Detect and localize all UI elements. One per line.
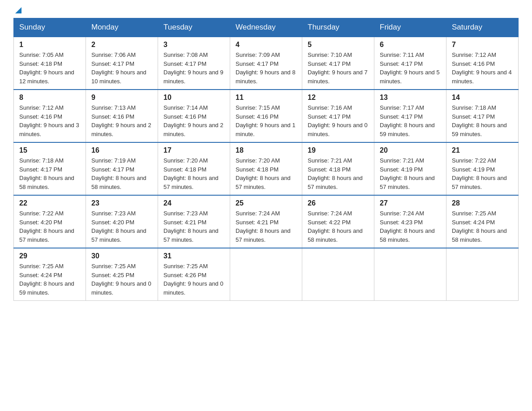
day-info: Sunrise: 7:13 AMSunset: 4:16 PMDaylight:… <box>91 103 152 138</box>
day-info: Sunrise: 7:25 AMSunset: 4:24 PMDaylight:… <box>452 209 513 244</box>
day-info: Sunrise: 7:24 AMSunset: 4:21 PMDaylight:… <box>236 209 296 244</box>
day-number: 31 <box>163 252 224 260</box>
day-info: Sunrise: 7:23 AMSunset: 4:20 PMDaylight:… <box>91 209 152 244</box>
day-info: Sunrise: 7:21 AMSunset: 4:19 PMDaylight:… <box>380 156 441 191</box>
day-number: 23 <box>91 199 152 207</box>
calendar-cell: 14Sunrise: 7:18 AMSunset: 4:17 PMDayligh… <box>446 90 519 142</box>
day-number: 4 <box>236 41 296 49</box>
day-info: Sunrise: 7:05 AMSunset: 4:18 PMDaylight:… <box>19 51 80 86</box>
day-header-saturday: Saturday <box>446 18 519 37</box>
day-number: 5 <box>308 41 369 49</box>
calendar-cell: 15Sunrise: 7:18 AMSunset: 4:17 PMDayligh… <box>14 142 86 195</box>
day-number: 1 <box>19 41 80 49</box>
calendar-week-row: 15Sunrise: 7:18 AMSunset: 4:17 PMDayligh… <box>14 142 519 195</box>
day-info: Sunrise: 7:10 AMSunset: 4:17 PMDaylight:… <box>308 51 369 86</box>
logo-arrow-icon <box>15 7 21 13</box>
calendar-cell: 27Sunrise: 7:24 AMSunset: 4:23 PMDayligh… <box>374 195 446 248</box>
calendar-cell: 25Sunrise: 7:24 AMSunset: 4:21 PMDayligh… <box>230 195 302 248</box>
day-info: Sunrise: 7:18 AMSunset: 4:17 PMDaylight:… <box>19 156 80 191</box>
calendar-cell: 23Sunrise: 7:23 AMSunset: 4:20 PMDayligh… <box>86 195 158 248</box>
calendar-cell: 2Sunrise: 7:06 AMSunset: 4:17 PMDaylight… <box>86 37 158 90</box>
day-number: 14 <box>452 94 513 102</box>
calendar-cell: 22Sunrise: 7:22 AMSunset: 4:20 PMDayligh… <box>14 195 86 248</box>
day-header-thursday: Thursday <box>302 18 374 37</box>
day-info: Sunrise: 7:14 AMSunset: 4:16 PMDaylight:… <box>163 103 224 138</box>
calendar-cell: 17Sunrise: 7:20 AMSunset: 4:18 PMDayligh… <box>158 142 230 195</box>
calendar-cell: 9Sunrise: 7:13 AMSunset: 4:16 PMDaylight… <box>86 90 158 142</box>
day-info: Sunrise: 7:16 AMSunset: 4:17 PMDaylight:… <box>308 103 369 138</box>
day-number: 3 <box>163 41 224 49</box>
day-info: Sunrise: 7:06 AMSunset: 4:17 PMDaylight:… <box>91 51 152 86</box>
day-info: Sunrise: 7:25 AMSunset: 4:26 PMDaylight:… <box>163 262 224 297</box>
calendar-cell: 8Sunrise: 7:12 AMSunset: 4:16 PMDaylight… <box>14 90 86 142</box>
calendar-cell: 20Sunrise: 7:21 AMSunset: 4:19 PMDayligh… <box>374 142 446 195</box>
day-info: Sunrise: 7:20 AMSunset: 4:18 PMDaylight:… <box>236 156 296 191</box>
calendar-week-row: 1Sunrise: 7:05 AMSunset: 4:18 PMDaylight… <box>14 37 519 90</box>
day-info: Sunrise: 7:22 AMSunset: 4:20 PMDaylight:… <box>19 209 80 244</box>
calendar-cell: 3Sunrise: 7:08 AMSunset: 4:17 PMDaylight… <box>158 37 230 90</box>
day-info: Sunrise: 7:22 AMSunset: 4:19 PMDaylight:… <box>452 156 513 191</box>
day-header-wednesday: Wednesday <box>230 18 302 37</box>
calendar-cell: 28Sunrise: 7:25 AMSunset: 4:24 PMDayligh… <box>446 195 519 248</box>
calendar-cell: 19Sunrise: 7:21 AMSunset: 4:18 PMDayligh… <box>302 142 374 195</box>
day-number: 25 <box>236 199 296 207</box>
calendar-cell <box>302 248 374 301</box>
day-number: 21 <box>452 146 513 154</box>
day-number: 6 <box>380 41 441 49</box>
calendar-cell: 12Sunrise: 7:16 AMSunset: 4:17 PMDayligh… <box>302 90 374 142</box>
calendar-cell: 13Sunrise: 7:17 AMSunset: 4:17 PMDayligh… <box>374 90 446 142</box>
calendar-cell: 4Sunrise: 7:09 AMSunset: 4:17 PMDaylight… <box>230 37 302 90</box>
day-number: 27 <box>380 199 441 207</box>
day-info: Sunrise: 7:09 AMSunset: 4:17 PMDaylight:… <box>236 51 296 86</box>
day-info: Sunrise: 7:24 AMSunset: 4:23 PMDaylight:… <box>380 209 441 244</box>
calendar-cell: 10Sunrise: 7:14 AMSunset: 4:16 PMDayligh… <box>158 90 230 142</box>
calendar-week-row: 22Sunrise: 7:22 AMSunset: 4:20 PMDayligh… <box>14 195 519 248</box>
calendar-week-row: 29Sunrise: 7:25 AMSunset: 4:24 PMDayligh… <box>14 248 519 301</box>
day-info: Sunrise: 7:25 AMSunset: 4:24 PMDaylight:… <box>19 262 80 297</box>
day-number: 29 <box>19 252 80 260</box>
day-number: 20 <box>380 146 441 154</box>
day-header-tuesday: Tuesday <box>158 18 230 37</box>
day-number: 28 <box>452 199 513 207</box>
calendar-cell: 21Sunrise: 7:22 AMSunset: 4:19 PMDayligh… <box>446 142 519 195</box>
day-number: 18 <box>236 146 296 154</box>
day-info: Sunrise: 7:18 AMSunset: 4:17 PMDaylight:… <box>452 103 513 138</box>
day-info: Sunrise: 7:21 AMSunset: 4:18 PMDaylight:… <box>308 156 369 191</box>
calendar-cell: 7Sunrise: 7:12 AMSunset: 4:16 PMDaylight… <box>446 37 519 90</box>
logo <box>13 9 21 13</box>
day-number: 11 <box>236 94 296 102</box>
calendar-cell: 29Sunrise: 7:25 AMSunset: 4:24 PMDayligh… <box>14 248 86 301</box>
day-info: Sunrise: 7:11 AMSunset: 4:17 PMDaylight:… <box>380 51 441 86</box>
calendar-cell: 11Sunrise: 7:15 AMSunset: 4:16 PMDayligh… <box>230 90 302 142</box>
calendar-cell <box>230 248 302 301</box>
day-number: 30 <box>91 252 152 260</box>
calendar-cell: 26Sunrise: 7:24 AMSunset: 4:22 PMDayligh… <box>302 195 374 248</box>
day-header-sunday: Sunday <box>14 18 86 37</box>
calendar-cell: 18Sunrise: 7:20 AMSunset: 4:18 PMDayligh… <box>230 142 302 195</box>
day-number: 13 <box>380 94 441 102</box>
calendar-cell: 24Sunrise: 7:23 AMSunset: 4:21 PMDayligh… <box>158 195 230 248</box>
day-info: Sunrise: 7:20 AMSunset: 4:18 PMDaylight:… <box>163 156 224 191</box>
day-number: 17 <box>163 146 224 154</box>
calendar-table: SundayMondayTuesdayWednesdayThursdayFrid… <box>13 18 519 301</box>
day-number: 10 <box>163 94 224 102</box>
calendar-cell: 31Sunrise: 7:25 AMSunset: 4:26 PMDayligh… <box>158 248 230 301</box>
day-number: 16 <box>91 146 152 154</box>
day-info: Sunrise: 7:23 AMSunset: 4:21 PMDaylight:… <box>163 209 224 244</box>
calendar-week-row: 8Sunrise: 7:12 AMSunset: 4:16 PMDaylight… <box>14 90 519 142</box>
page-header <box>13 9 519 13</box>
calendar-cell: 5Sunrise: 7:10 AMSunset: 4:17 PMDaylight… <box>302 37 374 90</box>
calendar-cell <box>374 248 446 301</box>
calendar-cell: 16Sunrise: 7:19 AMSunset: 4:17 PMDayligh… <box>86 142 158 195</box>
day-info: Sunrise: 7:17 AMSunset: 4:17 PMDaylight:… <box>380 103 441 138</box>
calendar-cell <box>446 248 519 301</box>
day-info: Sunrise: 7:24 AMSunset: 4:22 PMDaylight:… <box>308 209 369 244</box>
day-number: 8 <box>19 94 80 102</box>
calendar-header-row: SundayMondayTuesdayWednesdayThursdayFrid… <box>14 18 519 37</box>
day-info: Sunrise: 7:12 AMSunset: 4:16 PMDaylight:… <box>19 103 80 138</box>
calendar-cell: 6Sunrise: 7:11 AMSunset: 4:17 PMDaylight… <box>374 37 446 90</box>
calendar-cell: 30Sunrise: 7:25 AMSunset: 4:25 PMDayligh… <box>86 248 158 301</box>
calendar-cell: 1Sunrise: 7:05 AMSunset: 4:18 PMDaylight… <box>14 37 86 90</box>
day-number: 7 <box>452 41 513 49</box>
day-number: 22 <box>19 199 80 207</box>
